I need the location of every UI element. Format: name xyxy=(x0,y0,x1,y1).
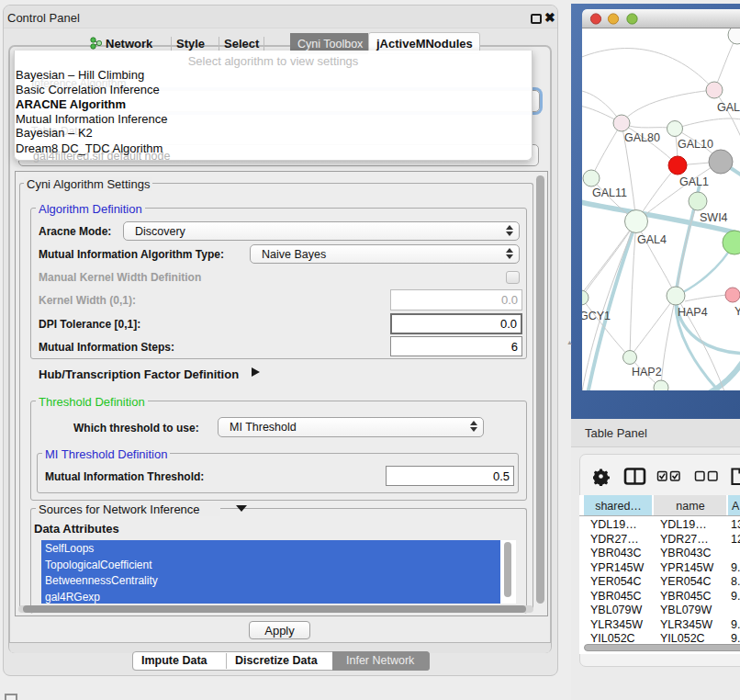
svg-text:SWI4: SWI4 xyxy=(700,211,728,224)
svg-text:HAP2: HAP2 xyxy=(632,366,662,378)
svg-text:GAL4: GAL4 xyxy=(637,233,667,246)
svg-text:HAP4: HAP4 xyxy=(678,306,708,319)
svg-text:GAL80: GAL80 xyxy=(624,131,660,144)
svg-text:GAL10: GAL10 xyxy=(678,138,713,151)
svg-text:Y: Y xyxy=(734,305,740,318)
svg-text:GAL1: GAL1 xyxy=(679,175,709,188)
svg-text:GAL11: GAL11 xyxy=(592,186,627,199)
svg-text:GCY1: GCY1 xyxy=(582,310,611,322)
svg-text:GAL7: GAL7 xyxy=(717,101,740,114)
